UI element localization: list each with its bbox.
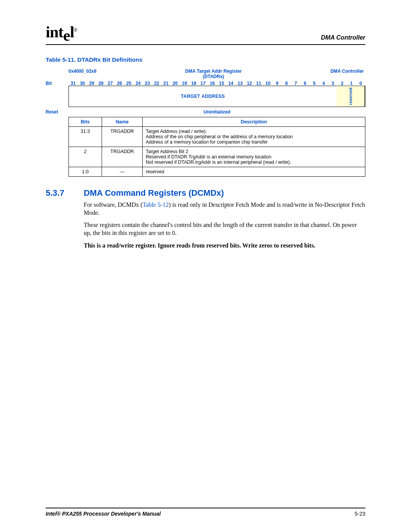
- bit-index: 10: [263, 81, 272, 86]
- bit-index: 17: [198, 81, 207, 86]
- table-ref-link[interactable]: Table 5-12: [143, 201, 169, 208]
- bit-index: 5: [310, 81, 319, 86]
- field-target-address: TARGET ADDRESS: [69, 86, 337, 107]
- reset-label: Reset: [46, 109, 68, 115]
- page-header: intel® DMA Controller: [46, 23, 365, 41]
- table-row: 2 TRGADDR Target Address Bit 2 Reserved …: [69, 147, 365, 167]
- bit-index: 18: [189, 81, 198, 86]
- bit-index: 24: [134, 81, 143, 86]
- bit-index: 0: [356, 81, 365, 86]
- manual-title: Intel® PXA255 Processor Developer's Manu…: [46, 511, 161, 517]
- bit-index-row: Bit 313029282726252423222120191817161514…: [46, 81, 365, 86]
- bit-index: 28: [96, 81, 105, 86]
- paragraph-bold: This is a read/write register. Ignore re…: [84, 242, 365, 250]
- register-address: 0x4000_02x8: [68, 69, 96, 79]
- page-number: 5-23: [355, 511, 365, 517]
- register-meta: 0x4000_02x8 DMA Target Addr Register (DT…: [46, 69, 365, 81]
- header-rule: [46, 44, 365, 45]
- bit-index: 8: [282, 81, 291, 86]
- bit-index: 2: [338, 81, 347, 86]
- chapter-title: DMA Controller: [321, 34, 365, 41]
- paragraph: These registers contain the channel's co…: [84, 221, 365, 237]
- intel-logo: intel®: [46, 23, 77, 41]
- section-title: DMA Command Registers (DCMDx): [84, 188, 224, 198]
- bit-index: 22: [152, 81, 161, 86]
- bit-index: 12: [245, 81, 254, 86]
- field-reserved: reserved: [337, 86, 365, 107]
- registered-mark: ®: [74, 27, 77, 33]
- field-row: TARGET ADDRESS reserved: [46, 86, 365, 107]
- col-name: Name: [102, 117, 143, 126]
- section-number: 5.3.7: [46, 188, 84, 198]
- bit-index: 3: [328, 81, 338, 86]
- register-domain: DMA Controller: [330, 69, 364, 79]
- bit-index: 27: [106, 81, 115, 86]
- bit-index: 23: [143, 81, 152, 86]
- bit-index: 11: [254, 81, 263, 86]
- reset-row: Reset Uninitialized: [46, 109, 365, 115]
- section-body: For software, DCMDx (Table 5-12) is read…: [84, 201, 365, 250]
- bit-label: Bit: [46, 81, 68, 86]
- col-desc: Description: [143, 117, 365, 126]
- register-name: DMA Target Addr Register (DTADRx): [185, 69, 242, 79]
- bit-index: 29: [87, 81, 96, 86]
- bit-index: 25: [124, 81, 133, 86]
- bit-index: 1: [347, 81, 356, 86]
- paragraph: For software, DCMDx (Table 5-12) is read…: [84, 201, 365, 217]
- bit-index: 14: [226, 81, 235, 86]
- col-bits: Bits: [69, 117, 102, 126]
- bit-index: 20: [170, 81, 180, 86]
- table-header-row: Bits Name Description: [69, 117, 365, 126]
- bit-index: 16: [208, 81, 217, 86]
- bit-index: 19: [180, 81, 189, 86]
- bit-index: 21: [161, 81, 170, 86]
- bit-index: 15: [217, 81, 226, 86]
- table-row: 31:3 TRGADDR Target Address (read / writ…: [69, 126, 365, 147]
- table-row: 1:0 — reserved: [69, 167, 365, 176]
- bit-index: 6: [300, 81, 309, 86]
- bit-index: 30: [78, 81, 87, 86]
- page-footer: Intel® PXA255 Processor Developer's Manu…: [46, 508, 365, 517]
- bit-index: 7: [291, 81, 300, 86]
- bit-index: 31: [68, 81, 78, 86]
- bit-index: 13: [236, 81, 245, 86]
- bit-index: 9: [272, 81, 282, 86]
- bit-definition-table: Bits Name Description 31:3 TRGADDR Targe…: [68, 117, 365, 177]
- bit-index: 4: [319, 81, 328, 86]
- table-caption: Table 5-11. DTADRx Bit Definitions: [46, 56, 365, 63]
- bit-index: 26: [115, 81, 124, 86]
- section-heading: 5.3.7 DMA Command Registers (DCMDx): [46, 188, 365, 198]
- reset-value: Uninitialized: [68, 109, 365, 115]
